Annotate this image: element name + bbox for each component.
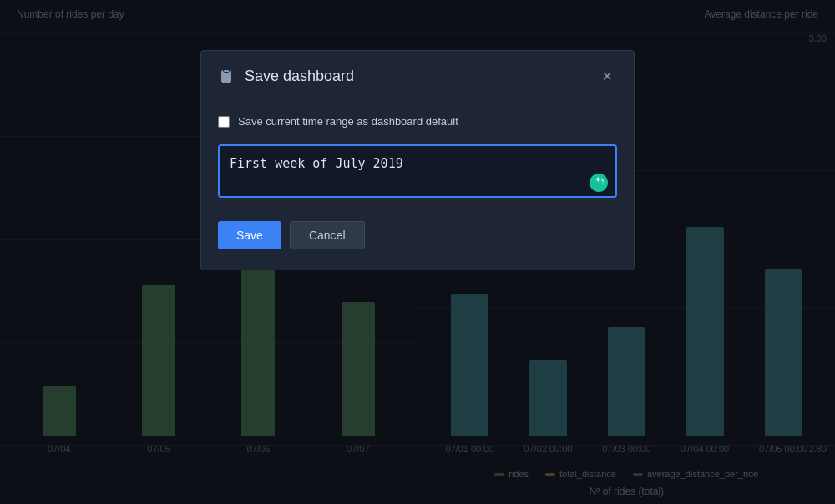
cancel-button[interactable]: Cancel — [290, 221, 365, 249]
modal-header: Save dashboard × — [201, 51, 634, 98]
modal-close-button[interactable]: × — [597, 66, 617, 86]
modal-title: Save dashboard — [245, 68, 354, 85]
save-dashboard-modal: Save dashboard × Save current time range… — [200, 50, 635, 270]
modal-body: Save current time range as dashboard def… — [201, 98, 634, 270]
grammarly-icon — [589, 173, 609, 193]
time-range-checkbox[interactable] — [218, 116, 230, 128]
modal-title-group: Save dashboard — [218, 68, 354, 85]
checkbox-label[interactable]: Save current time range as dashboard def… — [238, 115, 458, 128]
dashboard-name-input[interactable]: First week of July 2019 — [218, 144, 617, 198]
checkbox-row: Save current time range as dashboard def… — [218, 115, 617, 128]
copy-icon — [218, 68, 235, 84]
save-button[interactable]: Save — [218, 221, 281, 249]
modal-actions: Save Cancel — [218, 221, 617, 249]
svg-point-0 — [590, 174, 608, 192]
name-input-wrapper: First week of July 2019 — [218, 144, 617, 201]
